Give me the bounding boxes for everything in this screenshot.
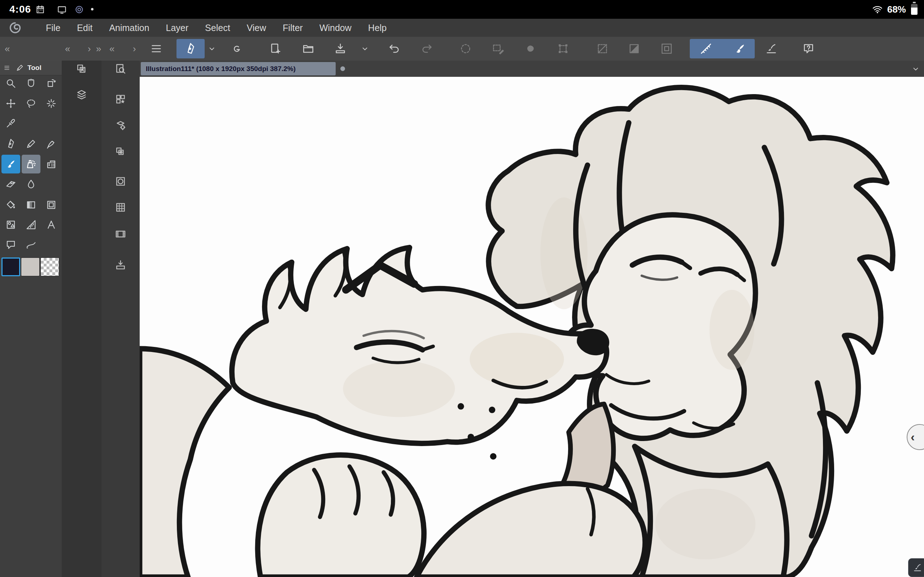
collapse-left-panel-icon[interactable]: « (5, 44, 10, 53)
tool-brush-pen[interactable] (42, 134, 61, 153)
gesture-button[interactable] (227, 39, 247, 58)
menu-window[interactable]: Window (311, 19, 360, 37)
collapse-col2-icon[interactable]: « (65, 44, 70, 53)
deselect-icon (596, 43, 609, 55)
tool-lasso[interactable] (22, 94, 40, 113)
redo-button[interactable] (417, 39, 437, 58)
material-search-icon (76, 63, 87, 75)
brush-pen-icon (46, 139, 57, 149)
menu-edit[interactable]: Edit (69, 19, 101, 37)
sub-color-swatch[interactable] (21, 258, 40, 276)
undo-icon (388, 43, 400, 55)
pencil-icon (26, 139, 36, 149)
tool-airbrush[interactable] (22, 155, 40, 174)
tool-palette-header: Tool (0, 61, 62, 76)
tool-brush[interactable] (2, 155, 20, 174)
pen-icon (5, 139, 16, 149)
tool-dropdown-button[interactable] (204, 39, 220, 58)
correction-button[interactable] (762, 39, 781, 58)
menu-items: File Edit Animation Layer Select View Fi… (37, 19, 395, 37)
clock: 4:06 (10, 3, 31, 15)
floating-toolbar-toggle[interactable] (908, 558, 924, 577)
animation-cels-button[interactable] (112, 143, 129, 160)
tool-zoom[interactable] (2, 74, 20, 93)
tab-close-dot[interactable] (340, 66, 345, 71)
menu-view[interactable]: View (239, 19, 275, 37)
wifi-icon (872, 4, 883, 15)
tool-decoration[interactable] (42, 155, 61, 174)
save-dropdown-button[interactable] (357, 39, 373, 58)
tool-frame[interactable] (42, 195, 61, 214)
collapse-col3-icon[interactable]: « (109, 44, 115, 53)
screen-cast-icon (57, 5, 67, 15)
tool-rotate-canvas[interactable] (42, 74, 61, 93)
tool-gradient[interactable] (22, 195, 40, 214)
layers-button[interactable] (73, 87, 90, 103)
tool-pen[interactable] (2, 134, 20, 153)
selection-options-button[interactable] (456, 39, 475, 58)
tool-figure[interactable] (2, 215, 20, 234)
selection-border-button[interactable] (657, 39, 677, 58)
menu-help[interactable]: Help (360, 19, 395, 37)
tool-fill[interactable] (2, 195, 20, 214)
menu-select[interactable]: Select (197, 19, 238, 37)
palette-menu-icon[interactable] (3, 64, 10, 71)
tab-list-chevron-icon[interactable] (911, 64, 921, 74)
notification-dot (91, 8, 94, 10)
tool-eraser[interactable] (2, 175, 20, 193)
canvas-area[interactable] (140, 77, 924, 577)
snap-brush-button[interactable] (730, 39, 750, 58)
tool-pencil[interactable] (22, 134, 40, 153)
eraser-icon (5, 179, 16, 190)
tool-hand[interactable] (22, 74, 40, 93)
airbrush-icon (26, 159, 36, 169)
help-button[interactable] (799, 39, 818, 58)
canvas-tab[interactable]: Illustration111* (1080 x 1920px 350dpi 3… (141, 62, 336, 76)
selection-pen-button[interactable] (488, 39, 508, 58)
deselect-button[interactable] (593, 39, 612, 58)
material-download-button[interactable] (112, 257, 129, 273)
transparent-color-swatch[interactable] (40, 258, 59, 276)
tool-balloon[interactable] (2, 235, 20, 254)
layer-settings-button[interactable] (112, 117, 129, 134)
tool-ruler[interactable] (22, 215, 40, 234)
menu-file[interactable]: File (37, 19, 69, 37)
expand-all-icon[interactable]: » (96, 44, 101, 53)
tool-move[interactable] (2, 94, 20, 113)
tool-auto-select[interactable] (42, 94, 61, 113)
open-file-button[interactable] (299, 39, 318, 58)
menu-filter[interactable]: Filter (274, 19, 311, 37)
snap-ruler-button[interactable] (696, 39, 716, 58)
expand-col2-icon[interactable]: › (88, 44, 91, 53)
sub-view-button[interactable] (112, 173, 129, 190)
tool-blend[interactable] (22, 175, 40, 193)
material-search-button[interactable] (73, 61, 90, 77)
menu-animation[interactable]: Animation (101, 19, 157, 37)
navigator-button[interactable] (112, 61, 129, 77)
new-canvas-button[interactable] (266, 39, 286, 58)
blend-icon (26, 179, 36, 190)
main-menu-button[interactable] (147, 39, 166, 58)
tool-correction-line[interactable] (22, 235, 40, 254)
tool-text[interactable] (42, 215, 61, 234)
app-ring-icon (74, 5, 84, 15)
fill-selection-button[interactable] (521, 39, 540, 58)
pen-tool-icon (184, 43, 197, 55)
tool-palette-title: Tool (27, 64, 42, 72)
tool-eyedropper[interactable] (2, 114, 20, 133)
timeline-button[interactable] (112, 226, 129, 242)
expand-col3-icon[interactable]: › (133, 44, 136, 53)
pen-tool-button[interactable] (181, 39, 200, 58)
main-color-swatch[interactable] (2, 258, 20, 276)
quick-access-button[interactable] (112, 91, 129, 108)
save-button[interactable] (331, 39, 350, 58)
undo-button[interactable] (384, 39, 404, 58)
color-set-button[interactable] (112, 199, 129, 216)
redo-icon (421, 43, 433, 55)
invert-selection-button[interactable] (624, 39, 644, 58)
new-canvas-icon (270, 43, 282, 55)
transform-button[interactable] (553, 39, 573, 58)
menu-layer[interactable]: Layer (158, 19, 197, 37)
tool-dropdown-icon (207, 44, 216, 53)
move-icon (5, 98, 16, 109)
